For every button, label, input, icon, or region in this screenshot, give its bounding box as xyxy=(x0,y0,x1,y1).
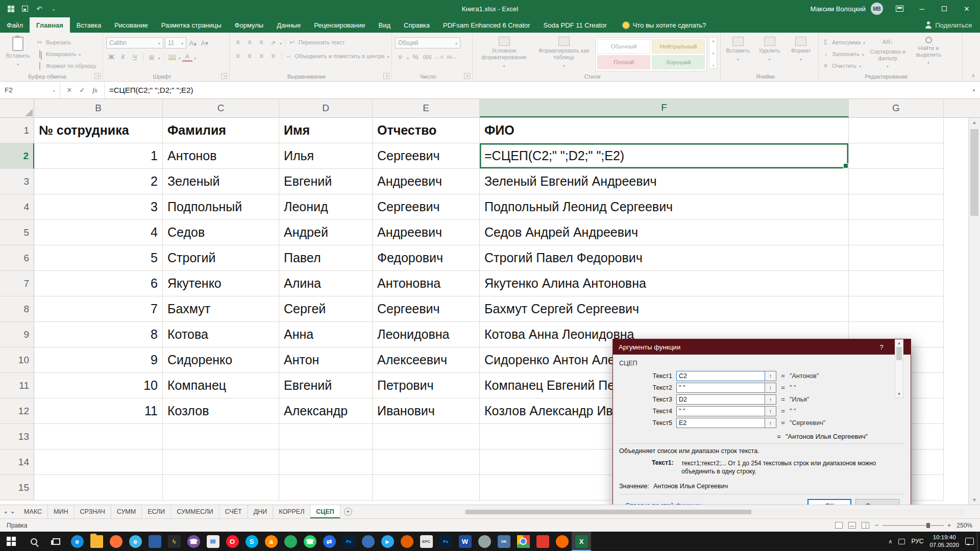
cell-B13[interactable] xyxy=(34,424,163,449)
row-header-9[interactable]: 9 xyxy=(0,322,34,347)
sheet-tab-СУММЕСЛИ[interactable]: СУММЕСЛИ xyxy=(171,505,219,518)
row-header-14[interactable]: 14 xyxy=(0,449,34,475)
cell-B14[interactable] xyxy=(34,449,163,475)
cell-F3[interactable]: Зеленый Евгений Андреевич xyxy=(480,169,849,194)
cell-F1[interactable]: ФИО xyxy=(480,118,849,143)
argument-input-Текст3[interactable]: D2 xyxy=(676,394,765,405)
name-box[interactable]: F2 xyxy=(0,82,60,98)
cell-D9[interactable]: Анна xyxy=(279,322,373,347)
dialog-help-button[interactable]: ? xyxy=(872,339,891,355)
cell-F5[interactable]: Седов Андрей Андреевич xyxy=(480,220,849,245)
dialog-title-bar[interactable]: Аргументы функции ? ✕ xyxy=(613,339,911,355)
row-header-2[interactable]: 2 xyxy=(0,143,34,169)
row-header-12[interactable]: 12 xyxy=(0,398,34,424)
function-help-link[interactable]: Справка по этой функции xyxy=(625,502,701,505)
menu-tab-Данные[interactable]: Данные xyxy=(270,17,307,33)
cell-D6[interactable]: Павел xyxy=(279,245,373,271)
underline-button[interactable]: Ч xyxy=(130,52,140,62)
whatsapp-taskbar-icon[interactable]: ☎ xyxy=(300,532,320,551)
cell-B10[interactable]: 9 xyxy=(34,347,163,373)
file-explorer-taskbar-icon[interactable] xyxy=(87,532,106,551)
cell-C14[interactable] xyxy=(163,449,279,475)
cell-style-Хороший[interactable]: Хороший xyxy=(652,55,705,69)
word-taskbar-icon[interactable]: W xyxy=(455,532,475,551)
sheet-tab-ЕСЛИ[interactable]: ЕСЛИ xyxy=(142,505,171,518)
gray-app-taskbar-icon[interactable] xyxy=(475,532,494,551)
cell-B11[interactable]: 10 xyxy=(34,373,163,398)
cell-E15[interactable] xyxy=(373,475,480,500)
argument-input-Текст4[interactable]: " " xyxy=(676,406,765,416)
column-header-D[interactable]: D xyxy=(279,99,373,117)
alignment-dialog-launcher[interactable] xyxy=(383,73,389,79)
cell-D2[interactable]: Илья xyxy=(279,143,373,169)
insert-cells-button[interactable]: Вставить xyxy=(724,35,752,71)
sort-filter-button[interactable]: АЯ↓ Сортировка и фильтр xyxy=(868,35,907,71)
cell-D14[interactable] xyxy=(279,449,373,475)
share-button[interactable]: Поделиться xyxy=(925,17,980,33)
row-header-4[interactable]: 4 xyxy=(0,194,34,220)
row-header-6[interactable]: 6 xyxy=(0,245,34,271)
cell-F8[interactable]: Бахмут Сергей Сергеевич xyxy=(480,296,849,322)
action-center-icon[interactable] xyxy=(965,538,974,545)
argument-input-Текст5[interactable]: E2 xyxy=(676,418,765,428)
page-break-view-button[interactable] xyxy=(862,522,869,529)
cell-style-Плохой[interactable]: Плохой xyxy=(597,55,650,69)
cancel-button[interactable]: Отмена xyxy=(855,499,899,505)
sheet-tab-СЦЕП[interactable]: СЦЕП xyxy=(310,505,340,518)
conditional-formatting-button[interactable]: Условное форматирование xyxy=(476,35,532,71)
sheet-tab-СРЗНАЧ[interactable]: СРЗНАЧ xyxy=(74,505,111,518)
args-scroll-thumb[interactable] xyxy=(896,347,902,360)
orange-app-taskbar-icon[interactable] xyxy=(552,532,572,551)
cell-E6[interactable]: Федорович xyxy=(373,245,480,271)
clear-button[interactable]: ✕Очистить xyxy=(822,61,865,70)
cell-E5[interactable]: Андреевич xyxy=(373,220,480,245)
collapse-dialog-button-Текст5[interactable]: ↑ xyxy=(765,418,776,428)
cell-G8[interactable] xyxy=(849,296,944,322)
argument-input-Текст2[interactable]: " " xyxy=(676,383,765,393)
align-center-button[interactable]: ≡ xyxy=(244,51,255,61)
font-color-button[interactable]: А xyxy=(182,53,192,62)
menu-tab-Справка[interactable]: Справка xyxy=(397,17,436,33)
increase-decimal-button[interactable]: ←.0 xyxy=(434,52,444,62)
cell-E14[interactable] xyxy=(373,449,480,475)
firefox-taskbar-icon[interactable] xyxy=(106,532,126,551)
cell-B15[interactable] xyxy=(34,475,163,500)
cell-D8[interactable]: Сергей xyxy=(279,296,373,322)
column-header-C[interactable]: C xyxy=(163,99,279,117)
fill-color-button[interactable] xyxy=(167,52,177,62)
undo-button[interactable]: ↶ xyxy=(33,2,46,15)
align-right-button[interactable]: ≡ xyxy=(256,51,266,61)
menu-tab-Вставка[interactable]: Вставка xyxy=(70,17,108,33)
new-sheet-button[interactable] xyxy=(340,505,356,518)
zoom-in-button[interactable]: + xyxy=(947,521,951,529)
page-layout-view-button[interactable] xyxy=(848,522,856,529)
vertical-scrollbar[interactable]: ▲ ▼ xyxy=(968,118,980,505)
cell-C11[interactable]: Компанец xyxy=(163,373,279,398)
mail-app-taskbar-icon[interactable]: ✉ xyxy=(203,532,223,551)
qat-customize-button[interactable] xyxy=(47,2,60,15)
viber-taskbar-icon[interactable]: ☎ xyxy=(184,532,203,551)
start-button[interactable] xyxy=(0,532,22,551)
row-header-1[interactable]: 1 xyxy=(0,118,34,143)
cell-G2[interactable] xyxy=(849,143,944,169)
menu-tab-Файл[interactable]: Файл xyxy=(0,17,30,33)
cell-G1[interactable] xyxy=(849,118,944,143)
cell-style-Нейтральный[interactable]: Нейтральный xyxy=(652,39,705,54)
sheet-tab-МИН[interactable]: МИН xyxy=(48,505,74,518)
collapse-dialog-button-Текст1[interactable]: ↑ xyxy=(765,371,776,381)
number-dialog-launcher[interactable] xyxy=(464,73,470,79)
autosum-button[interactable]: ΣАвтосумма xyxy=(822,38,865,47)
cell-C8[interactable]: Бахмут xyxy=(163,296,279,322)
cell-E7[interactable]: Антоновна xyxy=(373,271,480,296)
cell-C13[interactable] xyxy=(163,424,279,449)
row-header-15[interactable]: 15 xyxy=(0,475,34,500)
cell-D12[interactable]: Александр xyxy=(279,398,373,424)
red-app-taskbar-icon[interactable] xyxy=(533,532,552,551)
fill-button[interactable]: ↓Заполнить xyxy=(822,49,865,59)
cell-B4[interactable]: 3 xyxy=(34,194,163,220)
format-cells-button[interactable]: Формат xyxy=(787,35,815,71)
menu-tab-Разметка страницы[interactable]: Разметка страницы xyxy=(155,17,228,33)
cell-E3[interactable]: Андреевич xyxy=(373,169,480,194)
cell-C6[interactable]: Строгий xyxy=(163,245,279,271)
cell-G4[interactable] xyxy=(849,194,944,220)
